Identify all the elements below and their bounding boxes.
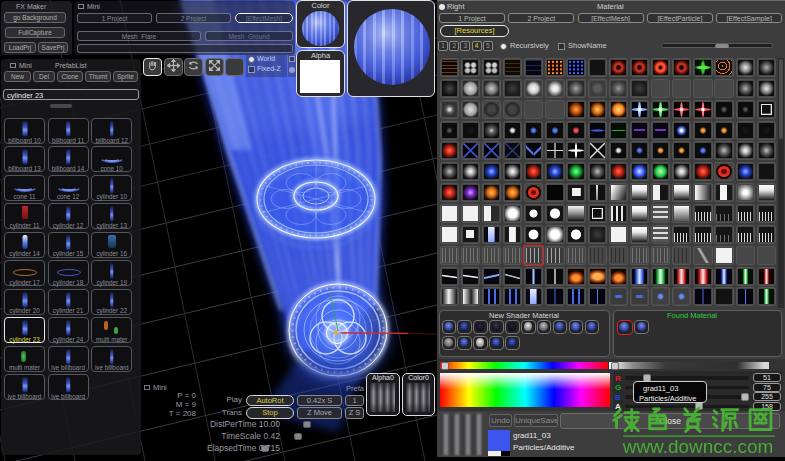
svg-text:www.downcc.com: www.downcc.com [622, 436, 774, 457]
